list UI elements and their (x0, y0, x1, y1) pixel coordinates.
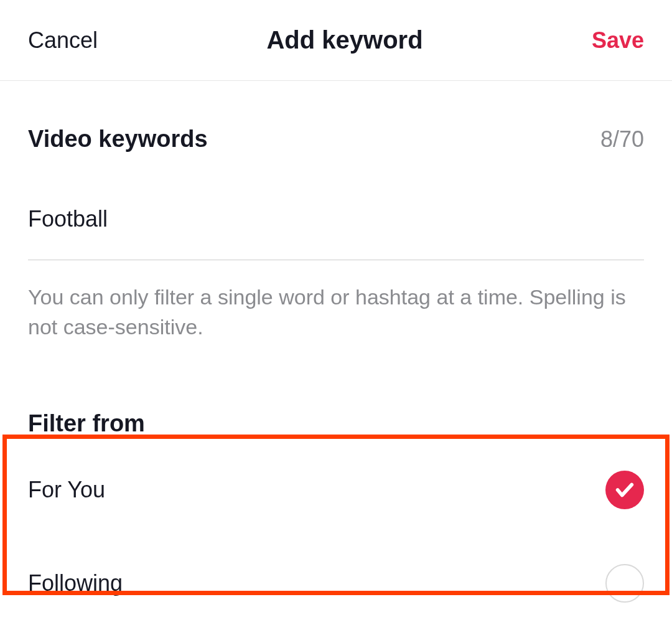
unchecked-circle-icon (605, 564, 644, 603)
checkmark-icon (605, 471, 644, 509)
keywords-header-row: Video keywords 8/70 (28, 126, 644, 153)
filter-option-for-you[interactable]: For You (28, 443, 644, 537)
filter-from-label: Filter from (28, 410, 644, 437)
header: Cancel Add keyword Save (0, 0, 672, 81)
keywords-counter: 8/70 (600, 126, 644, 153)
keyword-input-container (28, 206, 644, 260)
keyword-input[interactable] (28, 206, 644, 232)
filter-option-label: For You (28, 477, 105, 503)
keywords-help-text: You can only filter a single word or has… (28, 283, 644, 342)
save-button[interactable]: Save (592, 27, 644, 54)
filter-option-following[interactable]: Following (28, 537, 644, 630)
keywords-label: Video keywords (28, 126, 208, 153)
page-title: Add keyword (266, 26, 422, 54)
content: Video keywords 8/70 You can only filter … (0, 126, 672, 630)
cancel-button[interactable]: Cancel (28, 27, 98, 54)
filter-option-label: Following (28, 570, 123, 596)
